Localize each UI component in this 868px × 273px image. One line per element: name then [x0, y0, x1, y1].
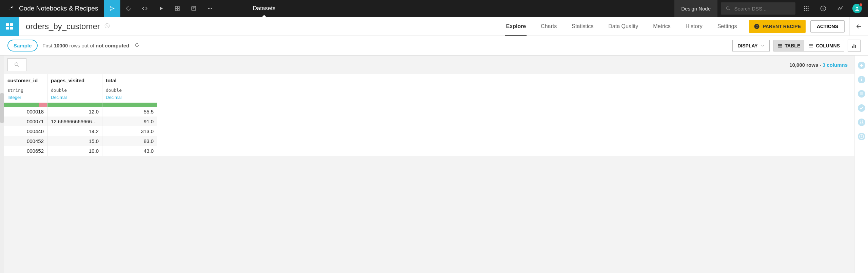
svg-point-19: [856, 7, 858, 8]
svg-point-13: [808, 8, 809, 9]
svg-point-15: [806, 10, 807, 11]
svg-rect-26: [778, 44, 782, 45]
storage-type: string: [7, 88, 23, 93]
parent-recipe-button[interactable]: PARENT RECIPE: [749, 20, 806, 33]
check-icon[interactable]: [857, 104, 866, 112]
cell-value[interactable]: 15.0: [89, 138, 99, 144]
data-table: customer_idpages_visitedtotalstringdoubl…: [4, 74, 854, 156]
left-rail-handle[interactable]: [0, 93, 4, 123]
cell-value[interactable]: 91.0: [144, 119, 154, 124]
dataset-type-icon: [0, 17, 19, 36]
svg-rect-28: [778, 46, 782, 47]
activity-icon[interactable]: [833, 0, 848, 17]
svg-point-1: [110, 9, 112, 11]
list-icon[interactable]: [857, 89, 866, 98]
cell-value[interactable]: 000440: [27, 128, 44, 134]
svg-point-9: [806, 6, 807, 7]
wiki-icon[interactable]: [185, 0, 202, 17]
quality-bar[interactable]: [4, 103, 47, 107]
clock-icon[interactable]: [857, 132, 866, 141]
tab-settings[interactable]: Settings: [710, 17, 745, 36]
quick-chart-button[interactable]: [848, 40, 861, 52]
user-avatar[interactable]: [852, 4, 862, 13]
svg-rect-22: [6, 27, 9, 29]
datasets-tab[interactable]: Datasets: [249, 0, 279, 17]
semantic-type[interactable]: Decimal: [51, 95, 67, 100]
main-panel: 10,000 rows · 3 columns customer_idpages…: [4, 56, 854, 273]
notification-badge: [859, 3, 863, 6]
actions-button[interactable]: ACTIONS: [810, 20, 845, 33]
semantic-type[interactable]: Decimal: [106, 95, 122, 100]
cell-value[interactable]: 000018: [27, 109, 44, 114]
table-view-toggle[interactable]: TABLE: [773, 40, 805, 51]
tab-history[interactable]: History: [678, 17, 710, 36]
svg-point-14: [804, 10, 805, 11]
add-icon[interactable]: [857, 61, 866, 70]
svg-point-5: [210, 8, 211, 9]
svg-point-11: [804, 8, 805, 9]
logo-area: Code Notebooks & Recipes: [0, 4, 104, 13]
svg-point-16: [808, 10, 809, 11]
refresh-icon[interactable]: [134, 42, 140, 49]
svg-point-6: [211, 8, 212, 9]
status-icon: [104, 23, 110, 30]
brand-title: Code Notebooks & Recipes: [19, 5, 98, 12]
svg-point-12: [806, 8, 807, 9]
column-header[interactable]: customer_id: [7, 78, 38, 83]
svg-point-32: [15, 63, 18, 66]
code-icon[interactable]: [137, 0, 153, 17]
column-header[interactable]: pages_visited: [51, 78, 84, 83]
design-node-label[interactable]: Design Node: [674, 0, 717, 17]
help-icon[interactable]: ?: [816, 0, 831, 17]
circular-icon[interactable]: [120, 0, 137, 17]
cell-value[interactable]: 313.0: [141, 128, 154, 134]
cell-value[interactable]: 10.0: [89, 148, 99, 154]
apps-icon[interactable]: [799, 0, 814, 17]
tab-charts[interactable]: Charts: [533, 17, 564, 36]
global-search[interactable]: [721, 2, 795, 15]
svg-point-7: [727, 7, 729, 9]
lab-icon[interactable]: [857, 118, 866, 127]
svg-text:?: ?: [822, 7, 824, 10]
semantic-type[interactable]: Integer: [7, 95, 21, 100]
cell-value[interactable]: 83.0: [144, 138, 154, 144]
tab-explore[interactable]: Explore: [498, 17, 533, 36]
dashboard-icon[interactable]: [169, 0, 185, 17]
tab-area: Datasets: [249, 0, 279, 17]
svg-text:i: i: [861, 77, 862, 82]
cell-value[interactable]: 12.0: [89, 109, 99, 114]
search-input[interactable]: [734, 6, 791, 12]
cell-value[interactable]: 000652: [27, 148, 44, 154]
play-icon[interactable]: [153, 0, 169, 17]
more-icon[interactable]: [202, 0, 218, 17]
quality-bar[interactable]: [47, 103, 102, 107]
columns-view-toggle[interactable]: COLUMNS: [804, 40, 844, 51]
storage-type: double: [106, 88, 122, 93]
cell-value[interactable]: 43.0: [144, 148, 154, 154]
cell-value[interactable]: 12.666666666666666: [51, 119, 100, 124]
cell-value[interactable]: 55.5: [144, 109, 154, 114]
back-arrow[interactable]: [849, 17, 868, 36]
svg-rect-21: [10, 23, 13, 26]
svg-point-8: [804, 6, 805, 7]
svg-rect-27: [778, 45, 782, 46]
column-header[interactable]: total: [106, 78, 117, 83]
cell-value[interactable]: 000071: [27, 119, 44, 124]
cell-value[interactable]: 14.2: [89, 128, 99, 134]
tab-statistics[interactable]: Statistics: [564, 17, 601, 36]
tab-metrics[interactable]: Metrics: [646, 17, 678, 36]
tab-data-quality[interactable]: Data Quality: [601, 17, 646, 36]
flow-icon[interactable]: [104, 0, 120, 17]
info-icon[interactable]: i: [857, 75, 866, 84]
topbar: Code Notebooks & Recipes Datasets Design…: [0, 0, 868, 17]
display-button[interactable]: DISPLAY: [732, 40, 769, 51]
table-search[interactable]: [7, 58, 26, 71]
dataset-header: orders_by_customer Explore Charts Statis…: [0, 17, 868, 36]
left-rail: [0, 56, 4, 273]
quality-bar[interactable]: [102, 103, 157, 107]
column-count-link[interactable]: 3 columns: [823, 62, 848, 68]
sample-button[interactable]: Sample: [7, 40, 38, 51]
dataset-title: orders_by_customer: [26, 22, 100, 31]
svg-point-10: [808, 6, 809, 7]
cell-value[interactable]: 000452: [27, 138, 44, 144]
